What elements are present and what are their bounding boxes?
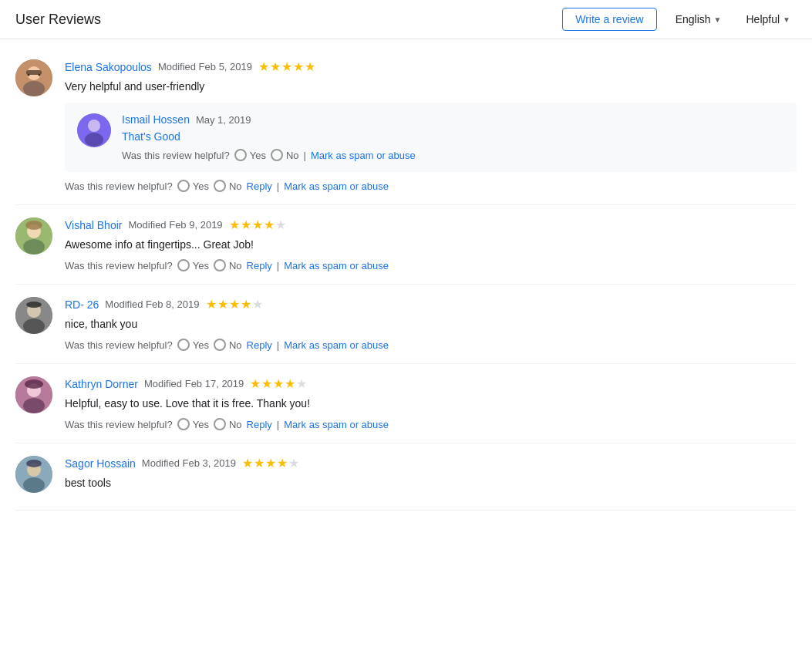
spam-link-rd26[interactable]: Mark as spam or abuse — [284, 339, 389, 351]
yes-label-rd26: Yes — [193, 339, 209, 351]
no-option-vishal[interactable]: No — [214, 259, 242, 271]
avatar-kathryn — [15, 376, 52, 413]
svg-point-16 — [26, 302, 42, 308]
stars-rd26: ★ ★ ★ ★ ★ — [206, 297, 263, 312]
helpful-row-vishal: Was this review helpful? Yes No Reply | … — [65, 259, 797, 271]
review-item-kathryn: Kathryn Dorner Modified Feb 17, 2019 ★ ★… — [15, 364, 797, 443]
review-date-rd26: Modified Feb 8, 2019 — [105, 298, 199, 310]
no-option-rd26[interactable]: No — [214, 339, 242, 351]
yes-radio-ismail[interactable] — [234, 149, 247, 161]
review-text-elena: Very helpful and user-friendly — [65, 79, 797, 95]
reply-name-ismail: Ismail Hossen — [122, 113, 190, 126]
no-radio-elena[interactable] — [214, 180, 226, 192]
review-item-rd26: RD- 26 Modified Feb 8, 2019 ★ ★ ★ ★ ★ ni… — [15, 285, 797, 364]
language-dropdown-arrow: ▼ — [714, 15, 722, 24]
svg-point-20 — [25, 379, 43, 389]
review-text-kathryn: Helpful, easy to use. Love that it is fr… — [65, 396, 797, 412]
stars-vishal: ★ ★ ★ ★ ★ — [229, 217, 286, 232]
reply-content-ismail: Ismail Hossen May 1, 2019 That's Good Wa… — [122, 113, 416, 161]
review-content-kathryn: Kathryn Dorner Modified Feb 17, 2019 ★ ★… — [65, 376, 797, 430]
helpful-label-elena: Was this review helpful? — [65, 180, 173, 192]
yes-radio-rd26[interactable] — [177, 339, 190, 351]
spam-link-elena[interactable]: Mark as spam or abuse — [284, 180, 389, 192]
svg-point-5 — [39, 74, 41, 76]
helpful-label-ismail: Was this review helpful? — [122, 150, 230, 161]
reviewer-name-elena: Elena Sakopoulos — [65, 61, 152, 73]
svg-point-8 — [85, 133, 103, 147]
svg-point-7 — [88, 120, 100, 132]
sort-dropdown[interactable]: Helpful ▼ — [740, 8, 797, 30]
svg-point-24 — [26, 460, 42, 467]
yes-option-kathryn[interactable]: Yes — [177, 418, 209, 430]
sort-dropdown-arrow: ▼ — [783, 15, 790, 24]
review-content-rd26: RD- 26 Modified Feb 8, 2019 ★ ★ ★ ★ ★ ni… — [65, 297, 797, 351]
avatar-ismail — [77, 113, 111, 147]
review-date-kathryn: Modified Feb 17, 2019 — [144, 378, 244, 389]
svg-point-12 — [25, 221, 42, 230]
yes-option-rd26[interactable]: Yes — [177, 339, 209, 351]
reviewer-meta-vishal: Vishal Bhoir Modified Feb 9, 2019 ★ ★ ★ … — [65, 217, 797, 232]
no-label-rd26: No — [229, 339, 242, 351]
helpful-label-rd26: Was this review helpful? — [65, 339, 173, 351]
reply-link-kathryn[interactable]: Reply — [247, 419, 272, 430]
reply-text-ismail: That's Good — [122, 130, 416, 143]
reply-block-ismail: Ismail Hossen May 1, 2019 That's Good Wa… — [65, 103, 797, 172]
no-radio-rd26[interactable] — [214, 339, 226, 351]
stars-sagor: ★ ★ ★ ★ ★ — [242, 456, 299, 470]
yes-option-vishal[interactable]: Yes — [177, 259, 209, 271]
reply-link-rd26[interactable]: Reply — [247, 339, 272, 351]
no-radio-ismail[interactable] — [271, 149, 283, 161]
reply-date-ismail: May 1, 2019 — [196, 114, 251, 126]
reviewer-name-sagor: Sagor Hossain — [65, 457, 136, 470]
yes-radio-vishal[interactable] — [177, 259, 190, 271]
review-item-vishal: Vishal Bhoir Modified Feb 9, 2019 ★ ★ ★ … — [15, 205, 797, 285]
svg-point-15 — [23, 319, 45, 334]
review-item-sagor: Sagor Hossain Modified Feb 3, 2019 ★ ★ ★… — [15, 443, 797, 511]
review-date-vishal: Modified Feb 9, 2019 — [128, 219, 222, 231]
yes-radio-kathryn[interactable] — [177, 418, 190, 430]
avatar-rd26 — [15, 297, 52, 334]
reply-link-vishal[interactable]: Reply — [247, 260, 272, 271]
avatar-vishal — [15, 217, 52, 255]
review-date-sagor: Modified Feb 3, 2019 — [142, 457, 236, 469]
svg-point-11 — [23, 239, 45, 255]
review-content-elena: Elena Sakopoulos Modified Feb 5, 2019 ★ … — [65, 59, 797, 192]
svg-point-23 — [23, 477, 45, 493]
no-radio-vishal[interactable] — [214, 259, 226, 271]
stars-kathryn: ★ ★ ★ ★ ★ — [250, 376, 307, 391]
no-label-elena: No — [229, 180, 242, 192]
no-option-ismail[interactable]: No — [271, 149, 299, 161]
yes-label-ismail: Yes — [250, 150, 266, 161]
review-content-vishal: Vishal Bhoir Modified Feb 9, 2019 ★ ★ ★ … — [65, 217, 797, 271]
helpful-label-vishal: Was this review helpful? — [65, 260, 173, 271]
reply-meta-ismail: Ismail Hossen May 1, 2019 — [122, 113, 416, 126]
language-dropdown[interactable]: English ▼ — [669, 8, 728, 30]
no-label-ismail: No — [286, 150, 299, 161]
review-text-sagor: best tools — [65, 475, 797, 491]
svg-point-4 — [28, 74, 30, 76]
yes-option-elena[interactable]: Yes — [177, 180, 209, 192]
reviewer-name-vishal: Vishal Bhoir — [65, 219, 122, 231]
yes-radio-elena[interactable] — [177, 180, 190, 192]
stars-elena: ★ ★ ★ ★ ★ — [258, 59, 315, 74]
spam-link-ismail[interactable]: Mark as spam or abuse — [311, 150, 416, 161]
spam-link-kathryn[interactable]: Mark as spam or abuse — [284, 419, 389, 430]
no-label-vishal: No — [229, 260, 242, 271]
reply-link-elena[interactable]: Reply — [247, 180, 272, 192]
svg-point-2 — [23, 81, 45, 96]
no-radio-kathryn[interactable] — [214, 418, 226, 430]
reviewer-meta-kathryn: Kathryn Dorner Modified Feb 17, 2019 ★ ★… — [65, 376, 797, 391]
spam-link-vishal[interactable]: Mark as spam or abuse — [284, 260, 389, 271]
review-text-vishal: Awesome info at fingertips... Great Job! — [65, 237, 797, 253]
review-text-rd26: nice, thank you — [65, 316, 797, 332]
reviewer-meta-sagor: Sagor Hossain Modified Feb 3, 2019 ★ ★ ★… — [65, 456, 797, 470]
no-option-kathryn[interactable]: No — [214, 418, 242, 430]
yes-label-vishal: Yes — [193, 260, 209, 271]
write-review-button[interactable]: Write a review — [562, 8, 656, 31]
yes-option-ismail[interactable]: Yes — [234, 149, 266, 161]
page-header: User Reviews Write a review English ▼ He… — [0, 0, 812, 39]
yes-label-kathryn: Yes — [193, 419, 209, 430]
helpful-row-ismail: Was this review helpful? Yes No | Mark a… — [122, 149, 416, 161]
no-option-elena[interactable]: No — [214, 180, 242, 192]
reviewer-meta-elena: Elena Sakopoulos Modified Feb 5, 2019 ★ … — [65, 59, 797, 74]
